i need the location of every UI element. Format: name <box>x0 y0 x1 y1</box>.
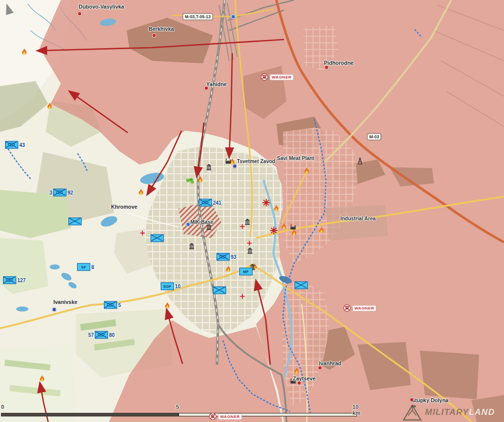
militaryland-logo-icon <box>402 403 423 421</box>
wagner-skull-icon <box>343 304 351 312</box>
unit-symbol-icon <box>4 277 15 283</box>
wagner-label: WAGNER <box>270 74 294 80</box>
unit-symbol-icon <box>69 218 81 224</box>
town-dot <box>152 33 157 38</box>
unit-symbol-icon <box>151 235 163 241</box>
friendly-unit-marker[interactable]: 93 <box>217 253 230 261</box>
town-label: Stupky Dolyna <box>412 397 449 403</box>
friendly-unit-marker[interactable]: MP <box>239 268 253 276</box>
road-badge: M-03 <box>367 134 381 140</box>
friendly-unit-marker[interactable] <box>295 282 308 289</box>
friendly-unit-marker[interactable]: SOF10 <box>161 283 174 290</box>
town-label: Khromove <box>111 204 137 210</box>
map-dot <box>186 222 191 227</box>
unit-number-right: 241 <box>213 200 222 206</box>
friendly-unit-marker[interactable] <box>151 235 164 242</box>
place-label: Tsvetmet Zavod <box>237 159 275 164</box>
friendly-unit-marker[interactable] <box>68 218 82 225</box>
unit-symbol-icon <box>6 142 17 148</box>
unit-number-right: 43 <box>19 142 25 148</box>
unit-symbol-icon <box>217 254 229 260</box>
unit-symbol-icon <box>213 287 225 293</box>
friendly-unit-marker[interactable]: 5 <box>104 301 117 309</box>
unit-number-right: 5 <box>118 302 121 308</box>
map-dot <box>233 164 237 169</box>
place-label: Savi Meat Plant <box>277 156 314 161</box>
unit-designation: MP <box>240 268 252 275</box>
friendly-unit-marker[interactable] <box>213 287 226 294</box>
scale-label-end: 10 km <box>352 404 365 416</box>
town-dot <box>297 381 302 386</box>
wagner-label: WAGNER <box>352 305 376 311</box>
friendly-unit-marker[interactable]: 43 <box>5 141 18 149</box>
militaryland-watermark: MILITARYLAND <box>402 403 495 421</box>
scale-bar-empty-segment <box>178 413 357 416</box>
scale-label-zero: 0 <box>1 404 4 410</box>
unit-symbol-icon <box>54 189 65 196</box>
friendly-unit-marker[interactable]: 5780 <box>95 331 108 339</box>
town-dot <box>318 366 322 370</box>
unit-designation: SF <box>78 264 90 271</box>
place-label: MiK Base <box>190 219 213 225</box>
town-label: Berkhivka <box>149 26 174 32</box>
town-dot <box>52 308 57 312</box>
map-annotations-layer: 0 5 10 km MILITARYLAND Dubovo-VasylivkaB… <box>0 0 504 422</box>
map-viewport[interactable]: 0 5 10 km MILITARYLAND Dubovo-VasylivkaB… <box>0 0 504 422</box>
town-label: Pidhorodne <box>324 60 353 66</box>
watermark-military-text: MILITARY <box>425 407 469 417</box>
unit-number-right: 80 <box>109 332 115 338</box>
friendly-unit-marker[interactable]: 127 <box>3 277 16 284</box>
map-dot <box>231 15 236 19</box>
town-label: Zaytseve <box>293 375 316 381</box>
scale-bar: 0 5 10 km <box>0 411 365 422</box>
town-dot <box>204 86 209 91</box>
wagner-label: WAGNER <box>218 413 242 419</box>
town-label: Dubovo-Vasylivka <box>79 4 124 10</box>
wagner-skull-icon <box>209 413 217 420</box>
unit-number-right: 10 <box>175 284 181 289</box>
unit-symbol-icon <box>199 200 211 206</box>
town-label: Ivanhrad <box>319 360 341 366</box>
unit-number-right: 93 <box>231 254 236 260</box>
wagner-badge: WAGNER <box>209 413 242 420</box>
unit-number-left: 57 <box>88 332 94 338</box>
friendly-unit-marker[interactable]: SF8 <box>77 263 90 271</box>
unit-number-right: 127 <box>17 278 26 283</box>
scale-label-mid: 5 <box>176 404 179 410</box>
town-dot <box>325 65 329 70</box>
town-dot <box>410 398 414 402</box>
unit-symbol-icon <box>295 282 307 288</box>
unit-number-left: 3 <box>49 190 52 196</box>
unit-symbol-icon <box>95 332 107 338</box>
road-badge: M-03,T-05-13 <box>183 14 212 20</box>
wagner-skull-icon <box>261 73 268 81</box>
place-label: Industrial Area <box>340 216 376 221</box>
wagner-badge: WAGNER <box>343 304 376 312</box>
watermark-land-text: LAND <box>469 407 495 417</box>
unit-designation: SOF <box>161 283 173 290</box>
scale-bar-filled-segment <box>1 413 178 416</box>
unit-symbol-icon <box>104 302 116 308</box>
unit-number-right: 8 <box>91 264 94 270</box>
town-label: Ivanivske <box>53 299 77 305</box>
friendly-unit-marker[interactable]: 392 <box>53 189 66 197</box>
wagner-badge: WAGNER <box>261 73 294 81</box>
town-label: Yahidne <box>206 81 227 87</box>
friendly-unit-marker[interactable]: 241 <box>199 199 212 207</box>
town-dot <box>78 12 82 16</box>
unit-number-right: 92 <box>67 190 73 196</box>
compass-north-icon <box>3 2 14 15</box>
